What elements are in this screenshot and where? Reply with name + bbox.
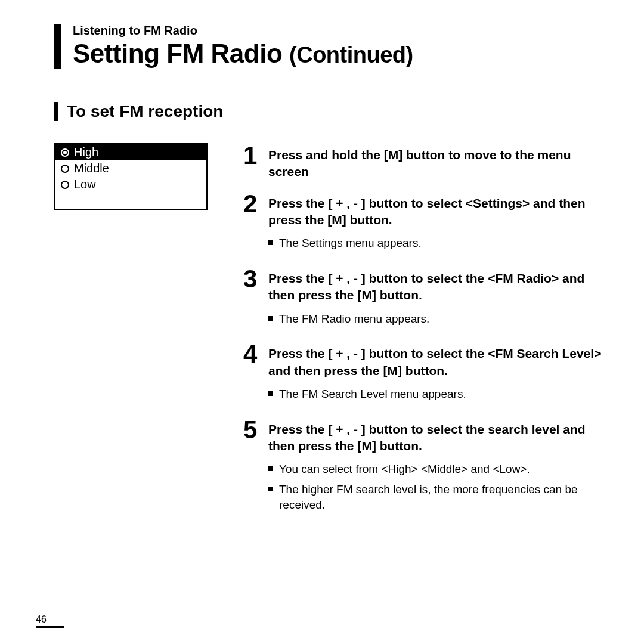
section-header: To set FM reception <box>54 102 608 121</box>
step-number: 5 <box>243 417 260 442</box>
radio-icon <box>61 148 69 157</box>
step-instruction: Press the [ + , - ] button to select <Se… <box>268 195 608 229</box>
m-button-icon: M <box>388 363 398 379</box>
step-instruction: Press the [ + , - ] button to select the… <box>268 270 608 304</box>
radio-icon <box>61 181 69 189</box>
page-number: 46 <box>36 614 47 625</box>
step: 1Press and hold the [M] button to move t… <box>243 143 608 181</box>
page-title: Setting FM Radio (Continued) <box>73 39 608 69</box>
section-divider <box>54 126 608 126</box>
m-button-icon: M <box>361 287 372 304</box>
step-text-post: ] button. <box>372 288 422 302</box>
step-note-text: The higher FM search level is, the more … <box>279 482 608 512</box>
step-text-post: ] button. <box>342 213 392 227</box>
step-note-text: The FM Search Level menu appears. <box>279 386 466 402</box>
step-notes: The FM Search Level menu appears. <box>268 386 608 402</box>
step-notes: You can select from <High> <Middle> and … <box>268 462 608 512</box>
m-button-icon: M <box>361 438 372 454</box>
step-text-pre: Press the [ + , - ] button to select the… <box>268 271 584 302</box>
step-note-text: The Settings menu appears. <box>279 236 422 251</box>
step-number: 3 <box>243 267 260 292</box>
menu-item-label: High <box>74 145 98 159</box>
section-title: To set FM reception <box>67 102 223 121</box>
page-header: Listening to FM Radio Setting FM Radio (… <box>54 24 608 69</box>
step-text-pre: Press and hold the [ <box>268 148 388 162</box>
page-title-main: Setting FM Radio <box>73 39 282 68</box>
step-number: 4 <box>243 342 260 367</box>
menu-item-label: Low <box>74 178 96 191</box>
section-bar-icon <box>54 102 58 121</box>
page-title-continued: (Continued) <box>289 42 413 67</box>
step-body: Press the [ + , - ] button to select <Se… <box>268 191 608 256</box>
step-text-post: ] button. <box>398 364 448 377</box>
step: 3Press the [ + , - ] button to select th… <box>243 267 608 331</box>
step-note-text: The FM Radio menu appears. <box>279 311 429 327</box>
menu-item-label: Middle <box>74 162 109 175</box>
menu-item-high: High <box>55 144 206 160</box>
step-note: The Settings menu appears. <box>268 236 608 251</box>
step-notes: The Settings menu appears. <box>268 236 608 251</box>
step-body: Press the [ + , - ] button to select the… <box>268 342 608 406</box>
step-body: Press and hold the [M] button to move to… <box>268 143 608 181</box>
step-text-pre: Press the [ + , - ] button to select the… <box>268 422 586 453</box>
radio-icon <box>61 165 69 173</box>
step-instruction: Press the [ + , - ] button to select the… <box>268 345 608 379</box>
steps-list: 1Press and hold the [M] button to move t… <box>243 143 608 528</box>
m-button-icon: M <box>388 147 399 163</box>
step-note: You can select from <High> <Middle> and … <box>268 462 608 477</box>
step-body: Press the [ + , - ] button to select the… <box>268 417 608 518</box>
step-instruction: Press and hold the [M] button to move to… <box>268 147 608 181</box>
step: 5Press the [ + , - ] button to select th… <box>243 417 608 518</box>
step-body: Press the [ + , - ] button to select the… <box>268 267 608 331</box>
step-notes: The FM Radio menu appears. <box>268 311 608 327</box>
step-instruction: Press the [ + , - ] button to select the… <box>268 421 608 455</box>
m-button-icon: M <box>332 212 342 228</box>
chapter-label: Listening to FM Radio <box>73 24 608 38</box>
menu-item-low: Low <box>55 177 206 193</box>
step-number: 2 <box>243 191 260 216</box>
step-note: The FM Search Level menu appears. <box>268 386 608 402</box>
step: 2Press the [ + , - ] button to select <S… <box>243 191 608 256</box>
step-number: 1 <box>243 143 260 168</box>
step-text-post: ] button. <box>372 439 422 453</box>
reception-menu: HighMiddleLow <box>54 143 208 210</box>
menu-item-middle: Middle <box>55 160 206 177</box>
step-note-text: You can select from <High> <Middle> and … <box>279 462 530 477</box>
step-note: The FM Radio menu appears. <box>268 311 608 327</box>
step-note: The higher FM search level is, the more … <box>268 482 608 512</box>
step: 4Press the [ + , - ] button to select th… <box>243 342 608 406</box>
step-text-pre: Press the [ + , - ] button to select <Se… <box>268 196 586 227</box>
